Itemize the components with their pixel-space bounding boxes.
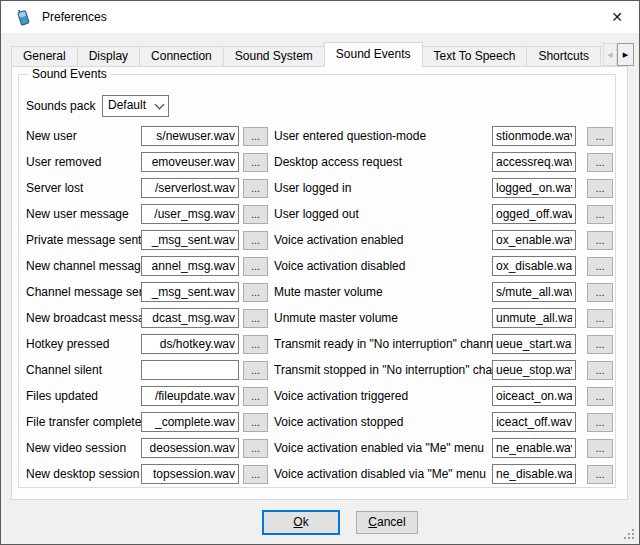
tab-scroll-right-icon[interactable]: ▶ xyxy=(617,43,634,66)
input-transmit-ready-in-no-interruption-channel[interactable] xyxy=(492,334,576,354)
browse-transmit-ready-in-no-interruption-channel-button[interactable]: ... xyxy=(587,335,613,354)
tab-general[interactable]: General xyxy=(11,46,78,67)
browse-new-channel-message-button[interactable]: ... xyxy=(243,257,268,276)
sound-event-row: New channel message...Voice activation d… xyxy=(19,256,617,276)
browse-private-message-sent-button[interactable]: ... xyxy=(243,231,268,250)
input-new-channel-message[interactable] xyxy=(141,256,239,276)
input-file-transfer-complete[interactable] xyxy=(141,412,239,432)
browse-desktop-access-request-button[interactable]: ... xyxy=(587,153,613,172)
browse-voice-activation-disabled-button[interactable]: ... xyxy=(587,257,613,276)
label-files-updated: Files updated xyxy=(26,386,98,406)
browse-new-user-button[interactable]: ... xyxy=(243,127,268,146)
input-user-entered-question-mode[interactable] xyxy=(492,126,576,146)
input-new-user-message[interactable] xyxy=(141,204,239,224)
input-new-user[interactable] xyxy=(141,126,239,146)
input-unmute-master-volume[interactable] xyxy=(492,308,576,328)
browse-user-logged-in-button[interactable]: ... xyxy=(587,179,613,198)
tab-connection[interactable]: Connection xyxy=(139,46,224,67)
input-new-broadcast-message[interactable] xyxy=(141,308,239,328)
input-user-removed[interactable] xyxy=(141,152,239,172)
browse-user-logged-out-button[interactable]: ... xyxy=(587,205,613,224)
group-title: Sound Events xyxy=(28,67,111,81)
resize-grip[interactable] xyxy=(632,537,634,539)
input-private-message-sent[interactable] xyxy=(141,230,239,250)
sounds-pack-select[interactable]: Default xyxy=(102,95,169,117)
tab-scroll-left-icon[interactable]: ◀ xyxy=(603,43,617,66)
browse-new-broadcast-message-button[interactable]: ... xyxy=(243,309,268,328)
browse-files-updated-button[interactable]: ... xyxy=(243,387,268,406)
input-user-logged-in[interactable] xyxy=(492,178,576,198)
browse-file-transfer-complete-button[interactable]: ... xyxy=(243,413,268,432)
tab-sound-system[interactable]: Sound System xyxy=(223,46,325,67)
browse-server-lost-button[interactable]: ... xyxy=(243,179,268,198)
label-user-entered-question-mode: User entered question-mode xyxy=(274,126,426,146)
input-server-lost[interactable] xyxy=(141,178,239,198)
browse-new-desktop-session-button[interactable]: ... xyxy=(243,465,268,484)
label-new-desktop-session: New desktop session xyxy=(26,464,139,484)
sounds-pack-value: Default xyxy=(108,98,146,112)
browse-voice-activation-enabled-button[interactable]: ... xyxy=(587,231,613,250)
label-channel-silent: Channel silent xyxy=(26,360,102,380)
cancel-button[interactable]: Cancel xyxy=(356,511,418,534)
title-bar: Preferences ✕ xyxy=(1,1,639,33)
input-user-logged-out[interactable] xyxy=(492,204,576,224)
browse-voice-activation-stopped-button[interactable]: ... xyxy=(587,413,613,432)
browse-new-video-session-button[interactable]: ... xyxy=(243,439,268,458)
label-voice-activation-enabled: Voice activation enabled xyxy=(274,230,403,250)
input-new-desktop-session[interactable] xyxy=(141,464,239,484)
input-channel-silent[interactable] xyxy=(141,360,239,380)
chevron-down-icon xyxy=(155,100,165,110)
browse-user-entered-question-mode-button[interactable]: ... xyxy=(587,127,613,146)
ok-button[interactable]: Ok xyxy=(262,510,340,535)
sound-event-row: File transfer complete...Voice activatio… xyxy=(19,412,617,432)
input-voice-activation-disabled-via-me-menu[interactable] xyxy=(492,464,576,484)
label-user-removed: User removed xyxy=(26,152,101,172)
label-new-user-message: New user message xyxy=(26,204,129,224)
browse-mute-master-volume-button[interactable]: ... xyxy=(587,283,613,302)
browse-voice-activation-disabled-via-me-menu-button[interactable]: ... xyxy=(587,465,613,484)
tab-sound-events[interactable]: Sound Events xyxy=(324,42,423,67)
input-new-video-session[interactable] xyxy=(141,438,239,458)
input-voice-activation-triggered[interactable] xyxy=(492,386,576,406)
input-channel-message-sent[interactable] xyxy=(141,282,239,302)
browse-channel-silent-button[interactable]: ... xyxy=(243,361,268,380)
input-desktop-access-request[interactable] xyxy=(492,152,576,172)
label-transmit-ready-in-no-interruption-channel: Transmit ready in "No interruption" chan… xyxy=(274,334,502,354)
input-voice-activation-stopped[interactable] xyxy=(492,412,576,432)
input-transmit-stopped-in-no-interruption-channel[interactable] xyxy=(492,360,576,380)
browse-voice-activation-triggered-button[interactable]: ... xyxy=(587,387,613,406)
input-mute-master-volume[interactable] xyxy=(492,282,576,302)
browse-user-removed-button[interactable]: ... xyxy=(243,153,268,172)
tab-display[interactable]: Display xyxy=(77,46,140,67)
preferences-dialog: Preferences ✕ GeneralDisplayConnectionSo… xyxy=(0,0,640,545)
close-icon[interactable]: ✕ xyxy=(607,8,627,26)
sound-event-row: Files updated...Voice activation trigger… xyxy=(19,386,617,406)
browse-unmute-master-volume-button[interactable]: ... xyxy=(587,309,613,328)
label-transmit-stopped-in-no-interruption-channel: Transmit stopped in "No interruption" ch… xyxy=(274,360,515,380)
label-channel-message-sent: Channel message sent xyxy=(26,282,149,302)
browse-hotkey-pressed-button[interactable]: ... xyxy=(243,335,268,354)
tab-bar: GeneralDisplayConnectionSound SystemSoun… xyxy=(11,42,603,67)
sound-events-group: Sound Events Sounds pack Default New use… xyxy=(18,74,616,488)
sound-event-row: Channel silent...Transmit stopped in "No… xyxy=(19,360,617,380)
input-voice-activation-disabled[interactable] xyxy=(492,256,576,276)
label-user-logged-out: User logged out xyxy=(274,204,359,224)
sound-event-row: Channel message sent...Mute master volum… xyxy=(19,282,617,302)
browse-voice-activation-enabled-via-me-menu-button[interactable]: ... xyxy=(587,439,613,458)
browse-channel-message-sent-button[interactable]: ... xyxy=(243,283,268,302)
sound-event-row: Private message sent...Voice activation … xyxy=(19,230,617,250)
tab-shortcuts[interactable]: Shortcuts xyxy=(526,46,601,67)
input-files-updated[interactable] xyxy=(141,386,239,406)
label-private-message-sent: Private message sent xyxy=(26,230,141,250)
input-hotkey-pressed[interactable] xyxy=(141,334,239,354)
browse-transmit-stopped-in-no-interruption-channel-button[interactable]: ... xyxy=(587,361,613,380)
sound-event-row: Server lost...User logged in... xyxy=(19,178,617,198)
input-voice-activation-enabled[interactable] xyxy=(492,230,576,250)
sound-event-row: New desktop session...Voice activation d… xyxy=(19,464,617,484)
label-voice-activation-triggered: Voice activation triggered xyxy=(274,386,408,406)
label-new-video-session: New video session xyxy=(26,438,126,458)
input-voice-activation-enabled-via-me-menu[interactable] xyxy=(492,438,576,458)
tab-text-to-speech[interactable]: Text To Speech xyxy=(422,46,528,67)
label-file-transfer-complete: File transfer complete xyxy=(26,412,141,432)
browse-new-user-message-button[interactable]: ... xyxy=(243,205,268,224)
